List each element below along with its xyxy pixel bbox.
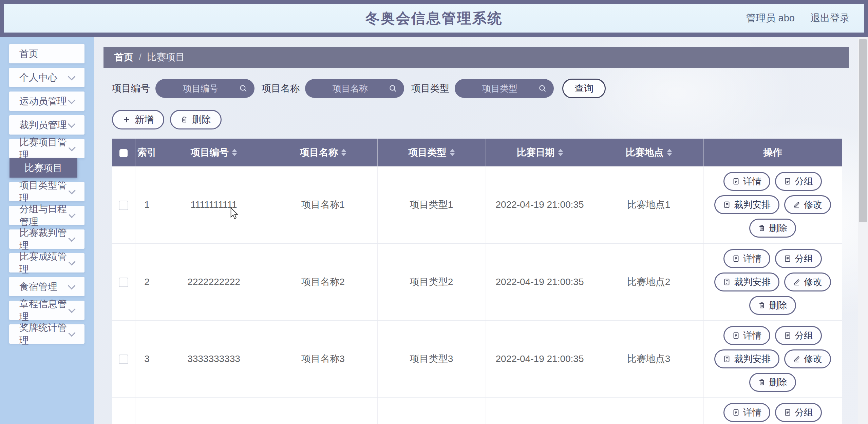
cell-project-type: 项目类型3 <box>410 354 453 364</box>
action-label: 修改 <box>804 353 822 365</box>
col-header-project-type[interactable]: 项目类型 <box>377 139 486 166</box>
sidebar-item-6[interactable]: 分组与日程管理 <box>9 206 84 225</box>
sidebar-item-4[interactable]: 比赛项目管理 <box>9 139 84 158</box>
row-action-分组[interactable]: 分组 <box>775 249 822 268</box>
filter-input-project-type-wrap <box>455 79 554 98</box>
table-row-3: 3 3333333333 项目名称3 项目类型3 2022-04-19 21:0… <box>112 320 842 397</box>
user-label[interactable]: 管理员 abo <box>746 12 795 25</box>
table-row-4: 详情 分组 裁判安排 修改 删除 <box>112 397 842 424</box>
action-label: 详情 <box>743 329 761 342</box>
add-button-label: 新增 <box>135 113 154 126</box>
cell-project-type: 项目类型1 <box>410 199 453 210</box>
col-header-checkbox <box>112 139 135 166</box>
document-icon <box>784 409 791 416</box>
sidebar-item-label: 比赛裁判管理 <box>9 226 70 252</box>
row-checkbox[interactable] <box>119 278 128 287</box>
table-row-1: 1 1111111111 项目名称1 项目类型1 2022-04-19 21:0… <box>112 166 842 243</box>
select-all-checkbox[interactable] <box>119 149 128 157</box>
document-icon <box>732 255 740 262</box>
cell-project-no: 3333333333 <box>187 354 240 364</box>
document-icon <box>723 355 731 363</box>
row-action-修改[interactable]: 修改 <box>784 195 831 214</box>
sort-icon[interactable] <box>667 149 672 156</box>
pencil-icon <box>793 201 800 208</box>
add-button[interactable]: 新增 <box>112 110 164 129</box>
row-action-删除[interactable]: 删除 <box>749 373 796 392</box>
vertical-scrollbar[interactable] <box>858 37 868 424</box>
trash-icon <box>758 224 766 232</box>
sort-icon[interactable] <box>450 149 455 156</box>
table-header-row: 索引 项目编号 项目名称 项目类型 比赛日期 比赛地点 操作 <box>112 139 842 166</box>
toolbar: 新增 删除 <box>112 110 868 129</box>
action-label: 裁判安排 <box>734 199 771 211</box>
sidebar-item-5[interactable]: 项目类型管理 <box>9 182 84 201</box>
search-icon <box>239 84 248 93</box>
col-header-date[interactable]: 比赛日期 <box>486 139 594 166</box>
scrollbar-thumb[interactable] <box>859 39 867 222</box>
cell-date: 2022-04-19 21:00:35 <box>496 199 584 210</box>
top-header: 冬奥会信息管理系统 管理员 abo 退出登录 <box>4 4 864 33</box>
col-header-actions: 操作 <box>703 139 842 166</box>
sidebar-item-8[interactable]: 比赛成绩管理 <box>9 253 84 272</box>
action-label: 删除 <box>769 376 787 388</box>
search-icon <box>538 84 547 93</box>
row-actions: 详情 分组 裁判安排 修改 删除 <box>713 249 832 315</box>
sidebar-item-label: 项目类型管理 <box>9 179 70 205</box>
col-header-location[interactable]: 比赛地点 <box>594 139 703 166</box>
action-label: 分组 <box>795 329 813 342</box>
row-action-分组[interactable]: 分组 <box>775 403 822 422</box>
action-label: 分组 <box>795 175 813 187</box>
chevron-down-icon <box>68 73 76 80</box>
sidebar-item-2[interactable]: 运动员管理 <box>9 92 84 111</box>
row-action-修改[interactable]: 修改 <box>784 349 831 368</box>
sidebar-item-3[interactable]: 裁判员管理 <box>9 115 84 135</box>
sidebar-item-label: 比赛成绩管理 <box>9 250 70 276</box>
row-checkbox[interactable] <box>119 355 128 364</box>
breadcrumb-separator: / <box>139 52 141 63</box>
row-actions: 详情 分组 裁判安排 修改 删除 <box>713 326 832 392</box>
row-action-裁判安排[interactable]: 裁判安排 <box>714 195 779 214</box>
sidebar-item-9[interactable]: 食宿管理 <box>9 277 84 296</box>
row-action-裁判安排[interactable]: 裁判安排 <box>714 349 779 368</box>
chevron-down-icon <box>68 96 76 104</box>
sidebar-item-7[interactable]: 比赛裁判管理 <box>9 229 84 249</box>
breadcrumb-home[interactable]: 首页 <box>114 51 133 64</box>
sidebar-item-0[interactable]: 首页 <box>9 44 84 63</box>
cell-index: 3 <box>144 354 150 364</box>
action-label: 详情 <box>743 253 761 265</box>
col-header-project-no[interactable]: 项目编号 <box>159 139 269 166</box>
action-label: 删除 <box>769 299 787 311</box>
col-header-project-name[interactable]: 项目名称 <box>269 139 377 166</box>
sidebar-item-11[interactable]: 奖牌统计管理 <box>9 324 84 344</box>
row-action-删除[interactable]: 删除 <box>749 219 796 238</box>
plus-icon <box>122 116 131 124</box>
sidebar-item-1[interactable]: 个人中心 <box>9 68 84 87</box>
sidebar: 首页 个人中心 运动员管理 裁判员管理 比赛项目管理 比赛项目 项目类型管理 分… <box>0 37 94 424</box>
sort-icon[interactable] <box>232 149 237 156</box>
chevron-down-icon <box>68 282 76 289</box>
sidebar-item-label: 裁判员管理 <box>9 119 67 132</box>
sidebar-item-10[interactable]: 章程信息管理 <box>9 301 84 320</box>
row-action-删除[interactable]: 删除 <box>749 296 796 315</box>
row-action-修改[interactable]: 修改 <box>784 272 831 291</box>
action-label: 详情 <box>743 406 761 419</box>
cell-project-type: 项目类型2 <box>410 277 453 287</box>
sort-icon[interactable] <box>558 149 563 156</box>
row-action-详情[interactable]: 详情 <box>723 403 770 422</box>
sort-icon[interactable] <box>341 149 346 156</box>
row-action-分组[interactable]: 分组 <box>775 172 822 191</box>
delete-button[interactable]: 删除 <box>170 110 222 129</box>
row-actions: 详情 分组 裁判安排 修改 删除 <box>713 403 832 424</box>
document-icon <box>723 278 731 286</box>
row-action-详情[interactable]: 详情 <box>723 249 770 268</box>
query-button[interactable]: 查询 <box>562 79 606 98</box>
row-checkbox[interactable] <box>119 201 128 210</box>
row-action-分组[interactable]: 分组 <box>775 326 822 345</box>
data-table: 索引 项目编号 项目名称 项目类型 比赛日期 比赛地点 操作 1 1111111… <box>112 139 842 424</box>
row-action-详情[interactable]: 详情 <box>723 326 770 345</box>
row-action-详情[interactable]: 详情 <box>723 172 770 191</box>
page-title: 冬奥会信息管理系统 <box>365 9 503 28</box>
action-label: 修改 <box>804 276 822 288</box>
row-action-裁判安排[interactable]: 裁判安排 <box>714 272 779 291</box>
logout-link[interactable]: 退出登录 <box>810 12 850 25</box>
